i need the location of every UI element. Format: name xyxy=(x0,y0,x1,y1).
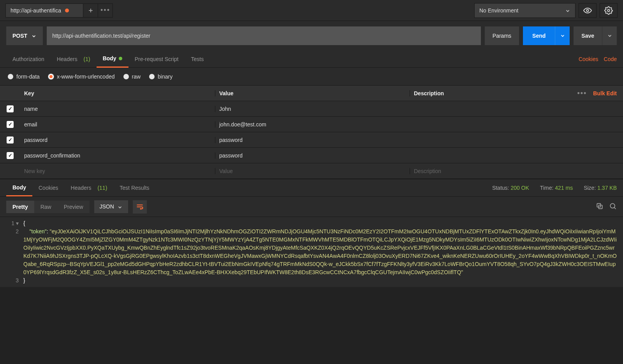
cookies-link[interactable]: Cookies xyxy=(579,56,598,62)
json-brace: } xyxy=(23,277,25,284)
active-dot-icon xyxy=(119,57,122,60)
save-button[interactable]: Save xyxy=(574,26,602,45)
send-label: Send xyxy=(532,33,546,39)
time-meta: Time: 421 ms xyxy=(540,185,573,191)
radio-binary[interactable]: binary xyxy=(149,74,172,80)
tab-label: Body xyxy=(12,184,26,191)
environment-preview-button[interactable] xyxy=(579,3,597,18)
send-options-button[interactable] xyxy=(555,26,570,45)
new-description-input[interactable]: Description xyxy=(410,168,561,174)
view-mode-segmented: Pretty Raw Preview xyxy=(6,201,90,213)
tab-authorization[interactable]: Authorization xyxy=(6,51,51,68)
radio-label: x-www-form-urlencoded xyxy=(57,74,115,80)
response-tab-test-results[interactable]: Test Results xyxy=(113,179,155,196)
tab-label: Pre-request Script xyxy=(135,56,179,62)
new-tab-button[interactable] xyxy=(83,4,98,18)
format-select[interactable]: JSON xyxy=(94,200,128,213)
row-checkbox[interactable]: ✓ xyxy=(7,105,14,112)
param-key-input[interactable]: password xyxy=(20,137,215,143)
send-button[interactable]: Send xyxy=(523,26,555,45)
param-key-input[interactable]: password_confirmation xyxy=(20,152,215,159)
params-label: Params xyxy=(493,33,511,39)
tab-label: Cookies xyxy=(39,185,58,191)
save-label: Save xyxy=(581,33,594,39)
column-header-description: Description xyxy=(410,90,561,96)
code-link[interactable]: Code xyxy=(604,56,617,62)
unsaved-dot-icon xyxy=(65,9,69,12)
search-button[interactable] xyxy=(609,202,617,211)
tab-label: Body xyxy=(103,55,116,61)
environment-label: No Environment xyxy=(479,7,518,14)
chevron-down-icon xyxy=(565,7,570,13)
row-checkbox[interactable]: ✓ xyxy=(7,121,14,128)
chevron-down-icon xyxy=(31,33,37,39)
new-key-input[interactable]: New key xyxy=(20,168,215,174)
radio-raw[interactable]: raw xyxy=(123,74,141,80)
table-row: ✓ email john.doe@test.com xyxy=(0,117,623,132)
column-options-button[interactable]: ••• xyxy=(577,89,587,97)
response-body-viewer: 1 ▾{ 2 "token": "eyJ0eXAiOiJKV1QiLCJhbGc… xyxy=(0,217,623,287)
headers-count: (11) xyxy=(97,185,107,191)
response-tab-body[interactable]: Body xyxy=(6,179,32,196)
radio-icon xyxy=(149,74,155,79)
view-preview[interactable]: Preview xyxy=(58,201,90,213)
http-method-select[interactable]: POST xyxy=(6,26,43,45)
copy-button[interactable] xyxy=(596,202,604,211)
param-key-input[interactable]: name xyxy=(20,106,215,112)
request-url-input[interactable]: http://api-authentification.test/api/reg… xyxy=(47,26,481,45)
radio-icon xyxy=(8,74,13,79)
tab-label: Test Results xyxy=(120,185,149,191)
wrap-lines-button[interactable] xyxy=(133,200,147,214)
radio-icon xyxy=(48,74,54,79)
headers-count: (1) xyxy=(84,56,90,62)
save-options-button[interactable] xyxy=(602,26,617,45)
param-value-input[interactable]: password xyxy=(215,152,410,159)
svg-point-2 xyxy=(586,9,589,12)
column-header-value: Value xyxy=(215,90,410,96)
param-value-input[interactable]: john.doe@test.com xyxy=(215,121,410,128)
param-value-input[interactable]: John xyxy=(215,106,410,112)
request-tab[interactable]: http://api-authentifica xyxy=(5,4,83,18)
view-pretty[interactable]: Pretty xyxy=(6,201,34,213)
tab-tests[interactable]: Tests xyxy=(185,51,210,68)
row-checkbox[interactable]: ✓ xyxy=(7,136,14,144)
radio-form-data[interactable]: form-data xyxy=(8,74,40,80)
params-button[interactable]: Params xyxy=(485,26,519,45)
tab-label: Tests xyxy=(191,56,204,62)
environment-select[interactable]: No Environment xyxy=(474,3,575,18)
row-checkbox[interactable]: ✓ xyxy=(7,152,14,159)
response-tab-cookies[interactable]: Cookies xyxy=(32,179,65,196)
tab-label: Headers xyxy=(71,185,92,191)
format-label: JSON xyxy=(100,203,114,210)
svg-point-7 xyxy=(610,203,615,208)
response-tab-headers[interactable]: Headers (11) xyxy=(65,179,114,196)
table-row-empty[interactable]: New key Value Description xyxy=(0,163,623,179)
view-raw[interactable]: Raw xyxy=(34,201,58,213)
bulk-edit-link[interactable]: Bulk Edit xyxy=(593,90,617,96)
json-brace: { xyxy=(23,220,25,226)
tab-headers[interactable]: Headers (1) xyxy=(51,51,97,68)
tab-options-button[interactable]: ••• xyxy=(98,4,113,18)
svg-point-3 xyxy=(607,9,610,12)
column-header-key: Key xyxy=(20,90,215,96)
table-row: ✓ password password xyxy=(0,132,623,148)
json-value: "eyJ0eXAiOiJKV1QiLCJhbGciOiJSUzI1NiIsImp… xyxy=(23,228,617,275)
table-row: ✓ name John xyxy=(0,101,623,117)
svg-line-8 xyxy=(614,207,616,209)
radio-label: binary xyxy=(158,74,172,80)
radio-urlencoded[interactable]: x-www-form-urlencoded xyxy=(48,74,115,80)
param-value-input[interactable]: password xyxy=(215,137,410,143)
http-method-label: POST xyxy=(12,33,27,39)
json-key: "token" xyxy=(30,228,47,234)
dots-icon: ••• xyxy=(100,6,110,14)
new-value-input[interactable]: Value xyxy=(215,168,410,174)
settings-button[interactable] xyxy=(600,3,618,18)
status-meta: Status: 200 OK xyxy=(492,185,529,191)
tab-title: http://api-authentifica xyxy=(11,7,61,14)
radio-icon xyxy=(123,74,129,79)
tab-body[interactable]: Body xyxy=(97,51,128,68)
tab-prerequest[interactable]: Pre-request Script xyxy=(128,51,185,68)
request-url-text: http://api-authentification.test/api/reg… xyxy=(52,33,150,39)
param-key-input[interactable]: email xyxy=(20,121,215,128)
table-row: ✓ password_confirmation password xyxy=(0,148,623,163)
